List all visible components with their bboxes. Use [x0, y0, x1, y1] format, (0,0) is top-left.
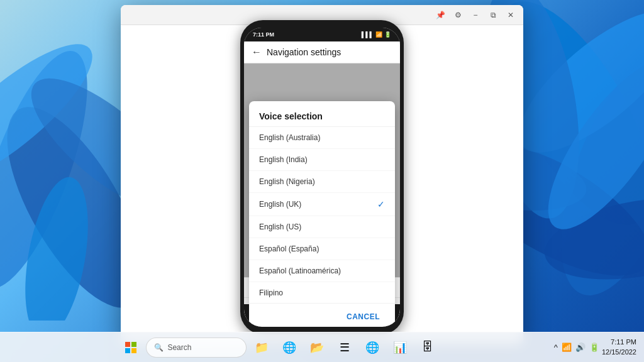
search-bar[interactable]: 🔍 Search: [146, 337, 247, 358]
dialog-actions: Cancel: [249, 303, 395, 327]
clock-time: 7:11 PM: [602, 337, 636, 347]
volume-icon[interactable]: 🔊: [575, 343, 586, 352]
close-button[interactable]: ✕: [503, 8, 518, 23]
list-item[interactable]: English (India): [249, 149, 395, 171]
list-item[interactable]: English (US): [249, 216, 395, 238]
taskbar-right: ^ 📶 🔊 🔋 7:11 PM 12/15/2022: [554, 337, 644, 357]
checkmark-icon: ✓: [377, 199, 385, 209]
language-label: Español (España): [259, 244, 319, 253]
taskbar-extra-icon[interactable]: 🗄: [415, 335, 440, 360]
battery-tray-icon[interactable]: 🔋: [589, 343, 599, 352]
status-icons: ▌▌▌ 📶 🔋: [362, 31, 391, 38]
taskbar-left: 🔍 Search 📁 🌐 📂 ☰ 🌐 📊 🗄: [0, 335, 554, 360]
cancel-button[interactable]: Cancel: [341, 309, 385, 325]
nav-header: ← Navigation settings: [244, 41, 400, 63]
language-list[interactable]: English (Australia) English (India) Engl…: [249, 127, 395, 303]
search-icon: 🔍: [154, 343, 164, 352]
clock[interactable]: 7:11 PM 12/15/2022: [602, 337, 636, 357]
battery-icon: 🔋: [384, 31, 391, 38]
settings-button[interactable]: ⚙: [450, 8, 465, 23]
chevron-icon[interactable]: ^: [554, 343, 558, 352]
language-label: English (Nigeria): [259, 177, 315, 186]
desktop: 📌 ⚙ − ⧉ ✕ 7:11 PM ▌▌▌ 📶 🔋 ← Navigation s…: [0, 0, 644, 362]
language-label: English (US): [259, 222, 301, 231]
wifi-icon: 📶: [375, 31, 382, 38]
phone-screen: 7:11 PM ▌▌▌ 📶 🔋 ← Navigation settings Vo…: [244, 28, 400, 327]
minimize-button[interactable]: −: [468, 8, 483, 23]
taskbar-edge-icon[interactable]: 🌐: [277, 335, 302, 360]
status-bar: 7:11 PM ▌▌▌ 📶 🔋: [244, 28, 400, 41]
dialog-title: Voice selection: [249, 101, 395, 127]
svg-rect-15: [125, 348, 130, 353]
page-title: Navigation settings: [267, 47, 341, 57]
svg-rect-16: [131, 348, 136, 353]
voice-selection-dialog: Voice selection English (Australia) Engl…: [249, 101, 395, 327]
maximize-button[interactable]: ⧉: [486, 8, 501, 23]
start-button[interactable]: [118, 335, 143, 360]
settings-background: Voice selection English (Australia) Engl…: [244, 63, 400, 277]
pin-button[interactable]: 📌: [433, 8, 448, 23]
wifi-tray-icon[interactable]: 📶: [562, 343, 572, 352]
taskbar-excel-icon[interactable]: 📊: [387, 335, 413, 360]
svg-rect-14: [131, 342, 136, 347]
taskbar-store-icon[interactable]: ☰: [332, 335, 357, 360]
language-label: English (India): [259, 155, 308, 164]
language-label: English (Australia): [259, 133, 320, 142]
taskbar-chrome-icon[interactable]: 🌐: [360, 335, 385, 360]
list-item[interactable]: English (Australia): [249, 127, 395, 149]
list-item-selected[interactable]: English (UK) ✓: [249, 193, 395, 216]
taskbar-explorer-icon[interactable]: 📁: [249, 335, 274, 360]
signal-icon: ▌▌▌: [362, 31, 374, 38]
phone-frame: 7:11 PM ▌▌▌ 📶 🔋 ← Navigation settings Vo…: [240, 20, 404, 334]
clock-date: 12/15/2022: [602, 348, 636, 357]
list-item[interactable]: English (Nigeria): [249, 171, 395, 193]
list-item[interactable]: Filipino: [249, 282, 395, 303]
taskbar-folder-icon[interactable]: 📂: [304, 335, 330, 360]
system-tray: ^ 📶 🔊 🔋: [554, 343, 599, 352]
language-label: English (UK): [259, 200, 301, 209]
language-label: Español (Latinoamérica): [259, 266, 341, 275]
back-button[interactable]: ←: [252, 47, 262, 58]
list-item[interactable]: Español (España): [249, 238, 395, 260]
list-item[interactable]: Español (Latinoamérica): [249, 260, 395, 282]
search-label: Search: [167, 343, 191, 352]
status-time: 7:11 PM: [253, 31, 274, 38]
language-label: Filipino: [259, 288, 283, 297]
svg-rect-13: [125, 342, 130, 347]
taskbar: 🔍 Search 📁 🌐 📂 ☰ 🌐 📊 🗄 ^ 📶 🔊 🔋 7:11 PM 1…: [0, 332, 644, 362]
